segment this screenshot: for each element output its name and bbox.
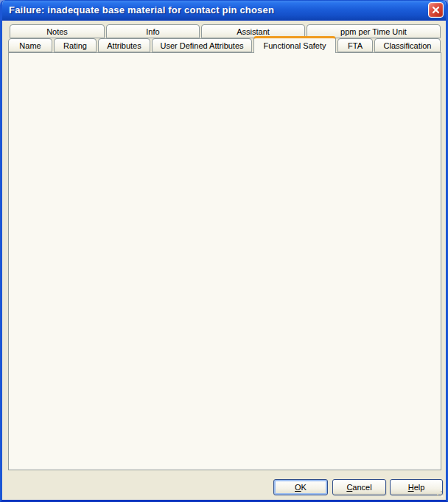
tab-info[interactable]: Info bbox=[106, 24, 200, 38]
cancel-button[interactable]: Cancel bbox=[332, 479, 386, 495]
tab-user-defined-attributes[interactable]: User Defined Attributes bbox=[152, 38, 252, 52]
tab-fta[interactable]: FTA bbox=[337, 38, 373, 52]
window-title: Failure: inadequate base material for co… bbox=[9, 4, 428, 15]
resize-grip-icon bbox=[434, 488, 444, 498]
tab-name[interactable]: Name bbox=[8, 38, 52, 52]
tab-functional-safety[interactable]: Functional Safety bbox=[253, 36, 336, 53]
tab-rating[interactable]: Rating bbox=[54, 38, 97, 52]
close-button[interactable] bbox=[428, 2, 444, 18]
close-icon bbox=[432, 6, 440, 14]
tab-notes[interactable]: Notes bbox=[10, 24, 105, 38]
tab-classification[interactable]: Classification bbox=[374, 38, 441, 52]
dialog-window: Failure: inadequate base material for co… bbox=[0, 0, 448, 502]
tab-attributes[interactable]: Attributes bbox=[98, 38, 150, 52]
resize-grip[interactable] bbox=[434, 488, 444, 498]
ok-button[interactable]: OK bbox=[273, 479, 328, 495]
functional-safety-page bbox=[8, 52, 441, 470]
title-bar[interactable]: Failure: inadequate base material for co… bbox=[0, 0, 448, 21]
